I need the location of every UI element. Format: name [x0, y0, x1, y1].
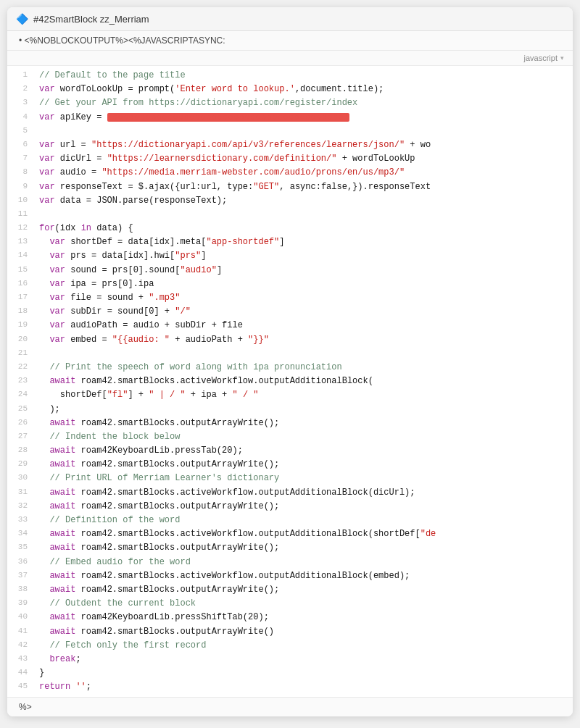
line-number: 28	[16, 444, 28, 458]
bottom-bar: %>	[7, 697, 573, 716]
breadcrumb-text: • <%NOBLOCKOUTPUT%><%JAVASCRIPTASYNC:	[19, 35, 225, 46]
token-plain: ] +	[128, 390, 149, 400]
line-number: 32	[16, 500, 28, 514]
token-plain: audio =	[55, 167, 102, 177]
token-kw: var	[39, 140, 55, 150]
token-plain	[39, 473, 49, 483]
code-line: // Embed audio for the word	[39, 556, 567, 569]
line-number: 16	[16, 277, 28, 291]
line-number: 21	[16, 347, 28, 361]
token-st: "}}"	[248, 335, 269, 345]
token-kw: var	[39, 112, 55, 122]
token-st: "fl"	[107, 390, 128, 400]
token-kw: await	[49, 445, 75, 456]
token-plain: roam42.smartBlocks.outputArrayWrite();	[75, 543, 279, 553]
token-plain: prs = data[idx].hwi[	[65, 251, 175, 261]
token-plain	[39, 362, 49, 372]
line-number: 25	[16, 403, 28, 417]
token-kw: var	[39, 196, 55, 206]
code-line: for(idx in data) {	[39, 222, 567, 235]
token-kw: await	[49, 488, 75, 498]
language-selector[interactable]: javascript ▾	[524, 54, 564, 62]
token-plain: ]	[217, 265, 222, 275]
token-st: "audio"	[180, 265, 216, 275]
line-number: 29	[16, 458, 28, 472]
token-kw: await	[49, 529, 75, 539]
token-plain	[39, 459, 49, 469]
bottom-label: %>	[19, 702, 32, 712]
token-plain: + audioPath +	[170, 335, 248, 345]
token-kw: in	[81, 223, 91, 233]
token-st: "app-shortdef"	[206, 237, 279, 247]
token-kw: for	[39, 223, 55, 233]
token-plain	[39, 265, 49, 275]
code-line: await roam42.smartBlocks.outputArrayWrit…	[39, 458, 567, 472]
token-plain: roam42.smartBlocks.activeWorkflow.output…	[75, 488, 415, 498]
line-number: 5	[16, 125, 28, 138]
token-kw: break	[49, 654, 75, 664]
code-line: var subDir = sound[0] + "/"	[39, 305, 567, 319]
code-line: await roam42.smartBlocks.activeWorkflow.…	[39, 569, 567, 583]
token-plain: subDir = sound[0] +	[65, 306, 175, 317]
code-line: // Outdent the current block	[39, 597, 567, 611]
token-kw: var	[39, 84, 55, 94]
line-number: 2	[16, 83, 28, 96]
token-plain: file = sound +	[65, 293, 149, 303]
token-st: "{{audio: "	[112, 335, 170, 345]
code-line: await roam42.smartBlocks.outputArrayWrit…	[39, 583, 567, 597]
token-st: "https://dictionaryapi.com/api/v3/refere…	[91, 140, 405, 150]
token-kw: await	[49, 376, 75, 386]
line-number: 23	[16, 375, 28, 388]
token-plain	[39, 432, 49, 442]
token-plain: ,document.title);	[295, 84, 384, 94]
code-header: javascript ▾	[7, 51, 573, 66]
line-number: 24	[16, 388, 28, 402]
line-number: 45	[16, 680, 28, 694]
token-plain	[39, 557, 49, 567]
code-line	[39, 208, 567, 222]
code-line: // Fetch only the first record	[39, 639, 567, 653]
code-window: 🔷 #42SmartBlock zz_Merriam • <%NOBLOCKOU…	[7, 7, 573, 716]
token-kw: await	[49, 612, 75, 622]
window-icon: 🔷	[16, 13, 28, 25]
line-number: 14	[16, 249, 28, 263]
code-content: // Default to the page titlevar wordToLo…	[33, 69, 573, 694]
code-line: var url = "https://dictionaryapi.com/api…	[39, 138, 567, 152]
token-cm: // Default to the page title	[39, 70, 186, 80]
line-number: 20	[16, 333, 28, 347]
token-plain	[39, 279, 49, 289]
token-plain	[39, 320, 49, 330]
token-plain: + wordToLookUp	[336, 154, 415, 164]
token-st: " / "	[232, 390, 258, 400]
token-st: 'Enter word to lookup.'	[175, 84, 295, 94]
code-editor: 1234567891011121314151617181920212223242…	[7, 66, 573, 697]
line-number: 1	[16, 69, 28, 83]
token-plain: ]	[279, 237, 284, 247]
token-plain	[39, 612, 49, 622]
token-plain: (idx	[55, 223, 81, 233]
token-st: " | / "	[149, 390, 185, 400]
line-number: 39	[16, 597, 28, 611]
line-number: 34	[16, 527, 28, 541]
token-plain: wordToLookUp = prompt(	[55, 84, 175, 94]
code-line: await roam42.smartBlocks.outputArrayWrit…	[39, 625, 567, 639]
token-plain: dicUrl =	[55, 154, 107, 164]
code-line: var ipa = prs[0].ipa	[39, 277, 567, 291]
line-number: 17	[16, 291, 28, 305]
title-bar: 🔷 #42SmartBlock zz_Merriam	[7, 7, 573, 31]
token-kw: await	[49, 501, 75, 511]
code-line: await roam42.smartBlocks.activeWorkflow.…	[39, 486, 567, 500]
line-number: 37	[16, 569, 28, 583]
line-number: 4	[16, 111, 28, 125]
token-st: "de	[420, 529, 436, 539]
token-kw: var	[39, 182, 55, 192]
line-number: 27	[16, 430, 28, 444]
token-plain	[39, 515, 49, 525]
code-line: var responseText = $.ajax({url:url, type…	[39, 180, 567, 194]
token-st: "GET"	[253, 182, 279, 192]
token-st: "/"	[175, 306, 191, 317]
token-cm: // Fetch only the first record	[49, 640, 206, 650]
token-plain: ;	[75, 654, 80, 664]
token-kw: var	[49, 279, 65, 289]
token-plain: }	[39, 668, 44, 678]
